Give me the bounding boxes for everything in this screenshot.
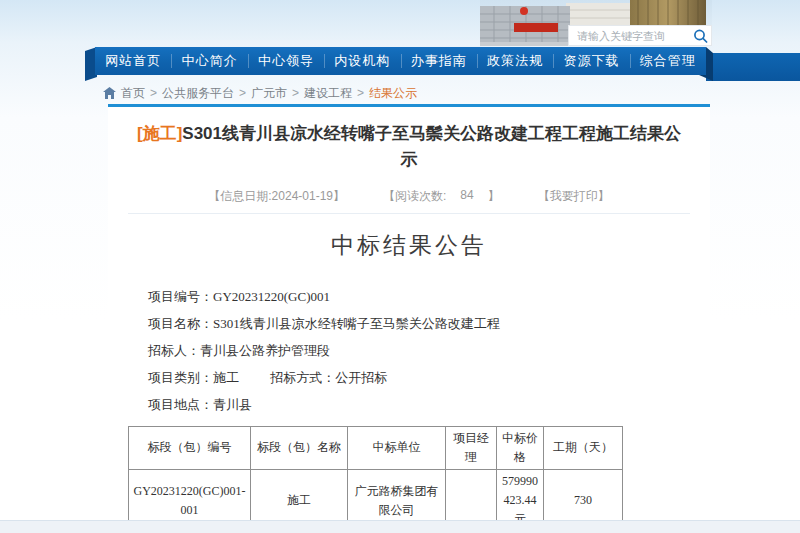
breadcrumb: 首页 > 公共服务平台 > 广元市 > 建设工程 > 结果公示 xyxy=(103,85,417,101)
breadcrumb-separator: > xyxy=(292,86,299,100)
article-title: [施工]S301线青川县凉水经转嘴子至马鬃关公路改建工程工程施工结果公示 xyxy=(129,121,689,174)
col-manager: 项目经理 xyxy=(446,426,497,469)
page: 网站首页 中心简介 中心领导 内设机构 办事指南 政策法规 资源下载 综合管理 … xyxy=(0,0,800,533)
meta-divider xyxy=(128,213,690,214)
article-meta-bar: 【信息日期:2024-01-19】 【阅读次数: 84 】 【我要打印】 xyxy=(108,188,710,205)
col-duration: 工期（天） xyxy=(544,426,623,469)
project-fields: 项目编号：GY20231220(GC)001 项目名称：S301线青川县凉水经转… xyxy=(148,283,710,418)
breadcrumb-item-construction[interactable]: 建设工程 xyxy=(304,85,352,102)
nav-item-internal-orgs[interactable]: 内设机构 xyxy=(324,47,400,75)
search-box xyxy=(568,25,712,46)
notice-title: 中标结果公告 xyxy=(108,230,710,261)
field-label: 招标方式： xyxy=(270,370,335,385)
col-section-no: 标段（包）编号 xyxy=(129,426,251,469)
search-icon[interactable] xyxy=(691,27,711,45)
info-date: 【信息日期:2024-01-19】 xyxy=(208,188,345,205)
field-label: 项目编号： xyxy=(148,289,213,304)
field-category-and-method: 项目类别：施工 招标方式：公开招标 xyxy=(148,364,710,391)
breadcrumb-separator: > xyxy=(239,86,246,100)
nav-item-policies[interactable]: 政策法规 xyxy=(477,47,553,75)
breadcrumb-item-home[interactable]: 首页 xyxy=(121,85,145,102)
read-count-prefix: 【阅读次数: xyxy=(383,188,446,205)
breadcrumb-separator: > xyxy=(357,86,364,100)
field-project-name: 项目名称：S301线青川县凉水经转嘴子至马鬃关公路改建工程 xyxy=(148,310,710,337)
field-value: 青川县 xyxy=(213,397,252,412)
field-label: 项目类别： xyxy=(148,370,213,385)
col-winner: 中标单位 xyxy=(348,426,446,469)
article-type-tag: [施工] xyxy=(137,124,182,143)
breadcrumb-item-public-service[interactable]: 公共服务平台 xyxy=(162,85,234,102)
table-header-row: 标段（包）编号 标段（包）名称 中标单位 项目经理 中标价格 工期（天） xyxy=(129,426,623,469)
field-label: 项目地点： xyxy=(148,397,213,412)
read-count-value: 84 xyxy=(460,188,473,205)
field-value: 青川县公路养护管理段 xyxy=(200,343,330,358)
field-value: S301线青川县凉水经转嘴子至马鬃关公路改建工程 xyxy=(213,316,500,331)
field-label: 招标人： xyxy=(148,343,200,358)
field-location: 项目地点：青川县 xyxy=(148,391,710,418)
nav-item-general-mgmt[interactable]: 综合管理 xyxy=(630,47,706,75)
nav-item-center-leaders[interactable]: 中心领导 xyxy=(248,47,324,75)
nav-item-center-intro[interactable]: 中心简介 xyxy=(171,47,247,75)
bid-result-table: 标段（包）编号 标段（包）名称 中标单位 项目经理 中标价格 工期（天） GY2… xyxy=(128,426,623,533)
nav-item-home[interactable]: 网站首页 xyxy=(95,47,171,75)
nav-item-downloads[interactable]: 资源下载 xyxy=(553,47,629,75)
col-section-name: 标段（包）名称 xyxy=(251,426,348,469)
field-category: 项目类别：施工 xyxy=(148,370,239,385)
field-method: 招标方式：公开招标 xyxy=(270,370,387,385)
main-nav: 网站首页 中心简介 中心领导 内设机构 办事指南 政策法规 资源下载 综合管理 xyxy=(95,47,706,75)
field-tenderer: 招标人：青川县公路养护管理段 xyxy=(148,337,710,364)
field-project-no: 项目编号：GY20231220(GC)001 xyxy=(148,283,710,310)
read-count: 【阅读次数: 84 】 xyxy=(383,188,500,205)
field-value: 施工 xyxy=(213,370,239,385)
field-value: GY20231220(GC)001 xyxy=(213,289,330,304)
read-count-suffix: 】 xyxy=(488,188,500,205)
article-card: [施工]S301线青川县凉水经转嘴子至马鬃关公路改建工程工程施工结果公示 【信息… xyxy=(108,104,710,516)
breadcrumb-item-guangyuan[interactable]: 广元市 xyxy=(251,85,287,102)
field-value: 公开招标 xyxy=(335,370,387,385)
nav-ribbon-right-segment xyxy=(706,53,800,81)
breadcrumb-item-results[interactable]: 结果公示 xyxy=(369,85,417,102)
search-input[interactable] xyxy=(569,30,691,42)
col-price: 中标价格 xyxy=(497,426,544,469)
home-icon xyxy=(103,87,116,99)
nav-item-service-guide[interactable]: 办事指南 xyxy=(401,47,477,75)
print-button[interactable]: 【我要打印】 xyxy=(538,188,610,205)
footer-strip xyxy=(0,520,800,533)
field-label: 项目名称： xyxy=(148,316,213,331)
breadcrumb-separator: > xyxy=(150,86,157,100)
article-title-text: S301线青川县凉水经转嘴子至马鬃关公路改建工程工程施工结果公示 xyxy=(182,124,681,169)
